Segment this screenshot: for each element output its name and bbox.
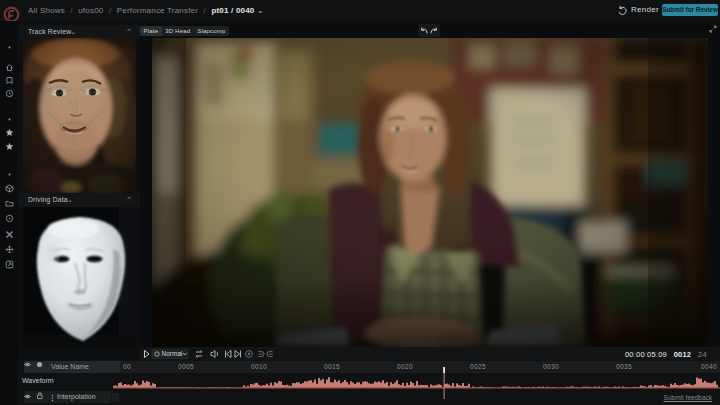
svg-text:0025: 0025 <box>470 363 486 370</box>
svg-text:0005: 0005 <box>178 363 194 370</box>
svg-text:00: 00 <box>123 363 131 370</box>
svg-text:0015: 0015 <box>324 363 340 370</box>
svg-text:0020: 0020 <box>397 363 413 370</box>
svg-text:0040: 0040 <box>701 363 717 370</box>
svg-text:Normal: Normal <box>162 350 184 357</box>
svg-text:0035: 0035 <box>616 363 632 370</box>
svg-text:0010: 0010 <box>251 363 267 370</box>
svg-text:0030: 0030 <box>543 363 559 370</box>
